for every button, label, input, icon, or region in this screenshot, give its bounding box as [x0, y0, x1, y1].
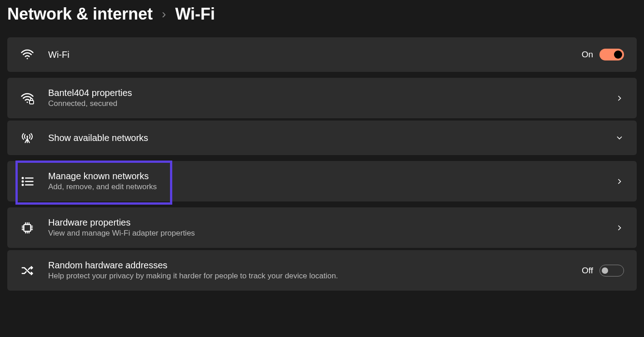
row-end	[615, 223, 624, 232]
svg-point-1	[27, 101, 28, 103]
row-text: Bantel404 properties Connected, secured	[48, 88, 615, 108]
row-text: Show available networks	[48, 133, 615, 143]
wifi-toggle[interactable]	[599, 49, 624, 60]
breadcrumb: Network & internet › Wi-Fi	[0, 0, 644, 37]
row-text: Wi-Fi	[48, 50, 582, 60]
wifi-toggle-row[interactable]: Wi-Fi On	[7, 37, 637, 72]
network-properties-subtitle: Connected, secured	[48, 99, 615, 108]
network-properties-title: Bantel404 properties	[48, 88, 615, 98]
random-hardware-title: Random hardware addresses	[48, 260, 582, 271]
wifi-toggle-label: On	[582, 50, 593, 60]
manage-known-subtitle: Add, remove, and edit networks	[48, 182, 615, 191]
chevron-right-icon	[615, 94, 624, 103]
show-available-title: Show available networks	[48, 133, 615, 143]
list-icon	[20, 174, 35, 189]
wifi-icon	[20, 47, 35, 62]
svg-point-4	[22, 177, 24, 179]
toggle-knob	[602, 267, 608, 274]
random-hardware-toggle[interactable]	[599, 265, 624, 277]
wifi-secured-icon	[20, 91, 35, 106]
wifi-title: Wi-Fi	[48, 50, 582, 60]
svg-point-6	[22, 184, 24, 186]
chevron-right-icon	[615, 223, 624, 232]
antenna-icon	[20, 131, 35, 145]
show-available-networks-row[interactable]: Show available networks	[7, 121, 637, 155]
hardware-properties-row[interactable]: Hardware properties View and manage Wi-F…	[7, 207, 637, 248]
svg-point-0	[27, 58, 28, 59]
hardware-properties-subtitle: View and manage Wi-Fi adapter properties	[48, 229, 615, 238]
settings-content: Wi-Fi On Bantel404 properties Connected,…	[0, 37, 644, 291]
chevron-right-icon	[615, 177, 624, 186]
row-text: Hardware properties View and manage Wi-F…	[48, 217, 615, 238]
row-text: Random hardware addresses Help protect y…	[48, 260, 582, 281]
svg-point-5	[22, 181, 24, 182]
breadcrumb-current: Wi-Fi	[175, 5, 215, 24]
svg-rect-10	[24, 224, 31, 231]
manage-known-networks-row[interactable]: Manage known networks Add, remove, and e…	[7, 161, 637, 201]
row-end	[615, 94, 624, 103]
row-end: On	[582, 49, 624, 60]
network-properties-row[interactable]: Bantel404 properties Connected, secured	[7, 78, 637, 118]
manage-known-title: Manage known networks	[48, 171, 615, 181]
random-hardware-row[interactable]: Random hardware addresses Help protect y…	[7, 250, 637, 291]
random-hardware-subtitle: Help protect your privacy by making it h…	[48, 272, 582, 281]
breadcrumb-parent-link[interactable]: Network & internet	[7, 5, 153, 24]
row-end	[615, 177, 624, 186]
random-toggle-label: Off	[582, 266, 593, 276]
hardware-properties-title: Hardware properties	[48, 217, 615, 228]
row-text: Manage known networks Add, remove, and e…	[48, 171, 615, 191]
chevron-right-icon: ›	[162, 7, 166, 21]
svg-rect-2	[30, 101, 34, 104]
chevron-down-icon	[615, 133, 624, 142]
shuffle-icon	[20, 263, 35, 278]
row-end: Off	[582, 265, 624, 277]
toggle-knob	[614, 50, 622, 59]
chip-icon	[20, 221, 35, 235]
row-end	[615, 133, 624, 142]
